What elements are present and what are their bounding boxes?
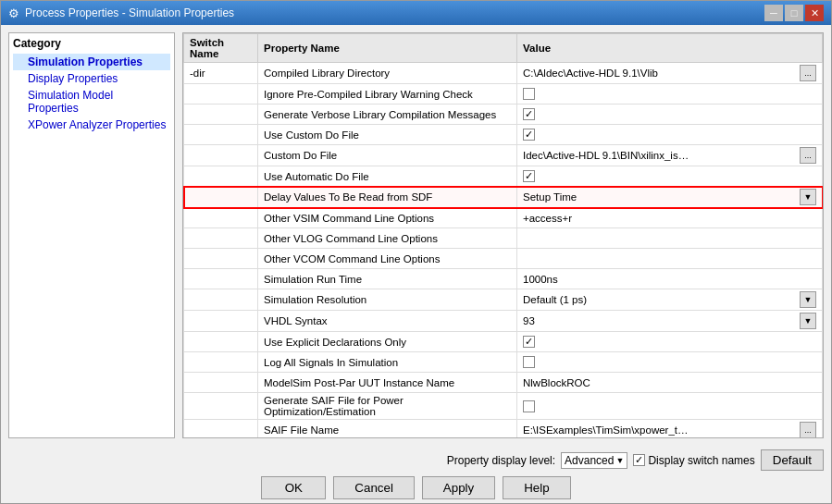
sidebar-item-xpower-analyzer-properties[interactable]: XPower Analyzer Properties xyxy=(13,117,170,133)
cell-value[interactable] xyxy=(517,84,823,104)
cancel-button[interactable]: Cancel xyxy=(333,476,415,499)
title-bar-left: ⚙ Process Properties - Simulation Proper… xyxy=(8,6,234,20)
cell-property: Custom Do File xyxy=(258,145,517,166)
checkbox[interactable] xyxy=(523,170,535,182)
cell-switch xyxy=(184,289,258,311)
checkbox[interactable] xyxy=(523,88,535,100)
table-row: Ignore Pre-Compiled Library Warning Chec… xyxy=(184,84,823,104)
dropdown-container[interactable]: Setup Time▼ xyxy=(523,189,816,205)
cell-value[interactable] xyxy=(517,352,823,373)
checkbox-container[interactable] xyxy=(523,354,816,370)
browse-button[interactable]: ... xyxy=(800,422,816,437)
property-display-select[interactable]: Advanced ▼ xyxy=(561,452,627,469)
cell-value[interactable] xyxy=(517,393,823,420)
checkbox-container[interactable] xyxy=(523,106,816,122)
checkbox-container[interactable] xyxy=(523,395,816,417)
help-button[interactable]: Help xyxy=(503,476,570,499)
property-display-label: Property display level: xyxy=(447,454,555,467)
checkbox[interactable] xyxy=(523,400,535,412)
dropdown-arrow-icon[interactable]: ▼ xyxy=(800,189,816,205)
cell-value[interactable]: Setup Time▼ xyxy=(517,187,823,208)
table-row: VHDL Syntax93▼ xyxy=(184,311,823,332)
apply-button[interactable]: Apply xyxy=(422,476,495,499)
table-row: SAIF File NameE:\ISExamples\TimSim\xpowe… xyxy=(184,420,823,438)
table-row: Custom Do FileIdec\Active-HDL 9.1\BIN\xi… xyxy=(184,145,823,166)
checkbox-container[interactable] xyxy=(523,127,816,142)
dropdown-container[interactable]: Default (1 ps)▼ xyxy=(523,291,816,308)
cell-value[interactable]: E:\ISExamples\TimSim\xpower_time_sim.sai… xyxy=(517,420,823,438)
checkbox[interactable] xyxy=(523,356,535,368)
cell-switch xyxy=(184,104,258,125)
cell-value[interactable] xyxy=(517,125,823,145)
col-value: Value xyxy=(517,34,823,63)
property-display-dropdown-arrow[interactable]: ▼ xyxy=(615,456,624,465)
window-title: Process Properties - Simulation Properti… xyxy=(25,6,234,19)
cell-property: SAIF File Name xyxy=(258,420,517,438)
checkbox[interactable] xyxy=(523,129,535,141)
checkbox-container[interactable] xyxy=(523,334,816,350)
cell-switch xyxy=(184,228,258,249)
table-row: Other VCOM Command Line Options xyxy=(184,249,823,269)
sidebar-item-simulation-model-properties[interactable]: Simulation Model Properties xyxy=(13,87,170,117)
table-row: Other VSIM Command Line Options+access+r xyxy=(184,208,823,228)
sidebar-item-display-properties[interactable]: Display Properties xyxy=(13,70,170,87)
cell-switch xyxy=(184,420,258,438)
cell-value[interactable] xyxy=(517,166,823,187)
cell-value[interactable]: C:\Aldec\Active-HDL 9.1\Vlib... xyxy=(517,63,823,84)
default-button[interactable]: Default xyxy=(761,449,824,471)
properties-table-container: Switch Name Property Name Value -dirComp… xyxy=(182,32,824,438)
browse-button[interactable]: ... xyxy=(800,147,816,164)
cell-value: NlwBlockROC xyxy=(517,373,823,393)
checkbox-container[interactable] xyxy=(523,168,816,184)
text-browse-container: C:\Aldec\Active-HDL 9.1\Vlib... xyxy=(523,65,816,81)
cell-value[interactable]: Default (1 ps)▼ xyxy=(517,289,823,311)
cell-property: VHDL Syntax xyxy=(258,311,517,332)
browse-button[interactable]: ... xyxy=(800,65,816,81)
title-bar-buttons: ─ □ ✕ xyxy=(764,5,824,21)
category-panel: Category Simulation Properties Display P… xyxy=(8,32,175,438)
cell-value: +access+r xyxy=(517,208,823,228)
text-browse-container: Idec\Active-HDL 9.1\BIN\xilinx_ise_start… xyxy=(523,147,816,164)
table-row: Other VLOG Command Line Options xyxy=(184,228,823,249)
maximize-button[interactable]: □ xyxy=(785,5,803,21)
cell-property: Use Automatic Do File xyxy=(258,166,517,187)
cell-value[interactable]: Idec\Active-HDL 9.1\BIN\xilinx_ise_start… xyxy=(517,145,823,166)
cell-property: ModelSim Post-Par UUT Instance Name xyxy=(258,373,517,393)
close-button[interactable]: ✕ xyxy=(805,5,824,21)
dropdown-value: Default (1 ps) xyxy=(523,294,587,305)
main-window: ⚙ Process Properties - Simulation Proper… xyxy=(0,0,832,504)
checkbox[interactable] xyxy=(523,108,535,120)
cell-switch xyxy=(184,393,258,420)
cell-switch xyxy=(184,311,258,332)
cell-value xyxy=(517,249,823,269)
ok-button[interactable]: OK xyxy=(261,476,326,499)
cell-property: Other VSIM Command Line Options xyxy=(258,208,517,228)
cell-value: 1000ns xyxy=(517,269,823,289)
dropdown-arrow-icon[interactable]: ▼ xyxy=(800,291,816,308)
table-row: Delay Values To Be Read from SDFSetup Ti… xyxy=(184,187,823,208)
sidebar-item-simulation-properties[interactable]: Simulation Properties xyxy=(13,54,170,70)
minimize-button[interactable]: ─ xyxy=(764,5,783,21)
table-row: Generate Verbose Library Compilation Mes… xyxy=(184,104,823,125)
cell-value[interactable]: 93▼ xyxy=(517,311,823,332)
table-scroll-area[interactable]: Switch Name Property Name Value -dirComp… xyxy=(183,33,823,437)
cell-switch: -dir xyxy=(184,63,258,84)
cell-property: Compiled Library Directory xyxy=(258,63,517,84)
cell-value[interactable] xyxy=(517,332,823,352)
cell-property: Simulation Resolution xyxy=(258,289,517,311)
display-switch-names-checkbox[interactable] xyxy=(633,454,645,466)
cell-switch xyxy=(184,187,258,208)
checkbox[interactable] xyxy=(523,336,535,348)
dropdown-arrow-icon[interactable]: ▼ xyxy=(800,313,816,329)
dropdown-value: 93 xyxy=(523,315,535,326)
table-row: Log All Signals In Simulation xyxy=(184,352,823,373)
cell-value[interactable] xyxy=(517,104,823,125)
table-row: ModelSim Post-Par UUT Instance NameNlwBl… xyxy=(184,373,823,393)
cell-property: Other VLOG Command Line Options xyxy=(258,228,517,249)
col-property-name: Property Name xyxy=(258,34,517,63)
table-row: Simulation ResolutionDefault (1 ps)▼ xyxy=(184,289,823,311)
checkbox-container[interactable] xyxy=(523,86,816,102)
dropdown-container[interactable]: 93▼ xyxy=(523,313,816,329)
cell-switch xyxy=(184,84,258,104)
table-row: Use Explicit Declarations Only xyxy=(184,332,823,352)
